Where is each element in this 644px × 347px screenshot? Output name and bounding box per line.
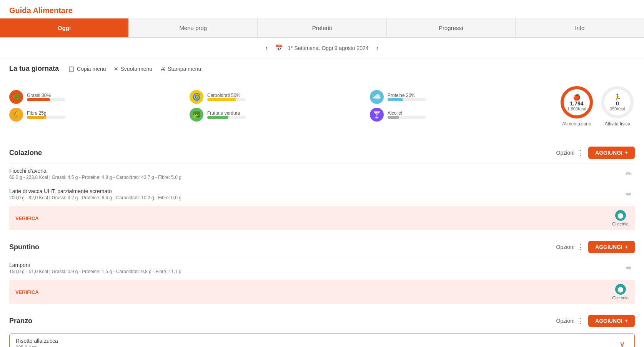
fibers-label: Fibre 25g (27, 110, 65, 119)
fats-bar-container (27, 98, 65, 101)
calendar-icon: 📅 (275, 44, 283, 52)
clear-menu-label: Svuota menu (121, 66, 153, 72)
day-title: La tua giornata (9, 65, 59, 73)
meal-colazione-options[interactable]: Opzioni ⋮ (556, 148, 584, 157)
spuntino-add-button[interactable]: AGGIUNGI + (588, 241, 635, 253)
colazione-glicemia-icon: ⬤ (615, 210, 626, 221)
week-nav-text: 1° Settimana. Oggi 9 agosto 2024 (288, 45, 368, 51)
meal-spuntino-header: Spuntino Opzioni ⋮ AGGIUNGI + (9, 236, 635, 258)
meal-pranzo-title: Pranzo (9, 317, 556, 325)
carbs-bar (207, 98, 236, 101)
tab-info[interactable]: Info (516, 18, 644, 37)
main-content: La tua giornata 📋 Copia menu ✕ Svuota me… (0, 58, 644, 347)
carbs-bar-container (207, 98, 246, 101)
prev-week-button[interactable]: ‹ (262, 42, 271, 53)
colazione-verifica-bar: VERIFICA ⬤ Glicemia (9, 206, 635, 230)
fruits-icon: 🥦 (190, 108, 203, 122)
food-fiocchi: Fiocchi d'avena 60,0 g - 223,8 Kcal | Gr… (9, 164, 635, 184)
pranzo-add-icon: + (625, 318, 628, 324)
food-risotto-expand-button[interactable]: ∨ (616, 338, 628, 347)
fruits-label: Frutta e verdura (207, 110, 246, 119)
pranzo-add-button[interactable]: AGGIUNGI + (588, 315, 635, 327)
colazione-verifica-text[interactable]: VERIFICA (15, 215, 612, 221)
pranzo-dots-icon: ⋮ (577, 317, 584, 325)
stats-row: 🌿 Grassi 30% 🌾 Fibre 25g (9, 79, 635, 133)
copy-menu-button[interactable]: 📋 Copia menu (68, 66, 106, 72)
print-menu-button[interactable]: 🖨 Stampa menu (160, 66, 201, 72)
tab-oggi[interactable]: Oggi (0, 18, 129, 37)
food-lamponi-details: 150,0 g - 51,0 Kcal | Grassi: 0,9 g - Pr… (9, 269, 623, 274)
tab-preferiti[interactable]: Preferiti (258, 18, 386, 37)
proteins-label: Proteine 20% (388, 93, 426, 101)
spuntino-verifica-text[interactable]: VERIFICA (15, 289, 612, 295)
food-risotto-name: Risotto alla zucca (16, 338, 616, 344)
meal-spuntino: Spuntino Opzioni ⋮ AGGIUNGI + Lamponi 15… (9, 236, 635, 304)
meal-pranzo-header: Pranzo Opzioni ⋮ AGGIUNGI + (9, 310, 635, 332)
food-latte-edit-button[interactable]: ✏ (623, 189, 635, 200)
stats-group-left: 🌿 Grassi 30% 🌾 Fibre 25g (9, 90, 190, 122)
colazione-add-button[interactable]: AGGIUNGI + (588, 147, 635, 159)
food-chart-label: Alimentazione (562, 121, 591, 127)
food-risotto-details: 395,2 Kcal (16, 345, 616, 347)
clear-icon: ✕ (114, 66, 118, 72)
food-fiocchi-info: Fiocchi d'avena 60,0 g - 223,8 Kcal | Gr… (9, 168, 623, 180)
spuntino-glicemia-badge: ⬤ Glicemia (612, 284, 629, 300)
meal-pranzo-options[interactable]: Opzioni ⋮ (556, 317, 584, 325)
colazione-glicemia-badge: ⬤ Glicemia (612, 210, 629, 226)
stat-carbs: 🌀 Carboidrati 50% (190, 90, 370, 104)
meal-spuntino-title: Spuntino (9, 243, 556, 251)
food-latte-details: 200,0 g - 92,0 Kcal | Grassi: 3,2 g - Pr… (9, 195, 623, 200)
stat-fats: 🌿 Grassi 30% (9, 90, 190, 104)
meal-spuntino-options[interactable]: Opzioni ⋮ (556, 243, 584, 251)
tab-progressi[interactable]: Progressi (387, 18, 516, 37)
colazione-dots-icon: ⋮ (577, 148, 584, 157)
alcohol-bar-container (388, 116, 426, 119)
food-latte-name: Latte di vacca UHT, parzialmente scremat… (9, 188, 623, 194)
food-lamponi-name: Lamponi (9, 262, 623, 268)
colazione-add-icon: + (625, 150, 628, 156)
print-menu-label: Stampa menu (168, 66, 201, 72)
fats-text: Grassi 30% (27, 93, 65, 98)
food-chart: 🍎 1.794 1.800Kcal Alimentazione (559, 85, 594, 127)
fibers-bar (27, 116, 46, 119)
alcohol-label: Alcolici (388, 110, 426, 119)
spuntino-glicemia-icon: ⬤ (615, 284, 626, 295)
carbs-text: Carboidrati 50% (207, 93, 246, 98)
food-fiocchi-details: 60,0 g - 223,8 Kcal | Grassi: 4,5 g - Pr… (9, 175, 623, 180)
proteins-bar-container (388, 98, 426, 101)
app-title: Guida Alimentare (9, 6, 73, 15)
food-circle-inner: 🍎 1.794 1.800Kcal (567, 93, 586, 111)
fruits-bar (207, 116, 228, 119)
stat-fibers: 🌾 Fibre 25g (9, 108, 190, 122)
next-week-button[interactable]: › (373, 42, 382, 53)
stat-proteins: ☁️ Proteine 20% (370, 90, 550, 104)
app-header: Guida Alimentare (0, 0, 644, 18)
food-circle-container: 🍎 1.794 1.800Kcal (559, 85, 594, 120)
proteins-bar (388, 98, 403, 101)
copy-menu-label: Copia menu (77, 66, 106, 72)
day-header: La tua giornata 📋 Copia menu ✕ Svuota me… (9, 65, 635, 73)
day-actions: 📋 Copia menu ✕ Svuota menu 🖨 Stampa menu (68, 66, 201, 72)
alcohol-text: Alcolici (388, 110, 426, 116)
food-lamponi-edit-button[interactable]: ✏ (623, 262, 635, 274)
print-icon: 🖨 (160, 66, 165, 72)
food-fiocchi-name: Fiocchi d'avena (9, 168, 623, 174)
stats-group-middle: 🌀 Carboidrati 50% 🥦 Frutta e verdura (190, 90, 370, 122)
colazione-glicemia-label: Glicemia (612, 222, 629, 226)
food-fiocchi-edit-button[interactable]: ✏ (623, 168, 635, 180)
clear-menu-button[interactable]: ✕ Svuota menu (114, 66, 153, 72)
copy-icon: 📋 (68, 66, 75, 72)
circular-charts: 🍎 1.794 1.800Kcal Alimentazione 🏃 (559, 85, 635, 127)
stat-fruits: 🥦 Frutta e verdura (190, 108, 370, 122)
nav-tabs: Oggi Menu prog Preferiti Progressi Info (0, 18, 644, 38)
activity-circle-container: 🏃 0 350Kcal (600, 85, 635, 120)
fibers-icon: 🌾 (9, 108, 23, 122)
fats-bar (27, 98, 50, 101)
fats-label: Grassi 30% (27, 93, 65, 101)
meal-colazione-title: Colazione (9, 149, 556, 157)
activity-circle-inner: 🏃 0 350Kcal (610, 93, 625, 111)
week-nav: ‹ 📅 1° Settimana. Oggi 9 agosto 2024 › (0, 38, 644, 58)
food-lamponi: Lamponi 150,0 g - 51,0 Kcal | Grassi: 0,… (9, 258, 635, 279)
spuntino-verifica-bar: VERIFICA ⬤ Glicemia (9, 280, 635, 304)
tab-menu-prog[interactable]: Menu prog (129, 18, 258, 37)
